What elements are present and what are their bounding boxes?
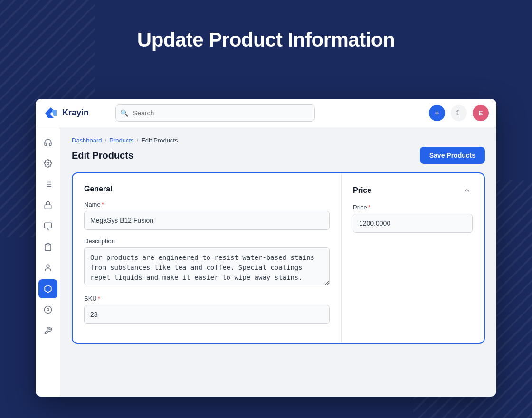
logo-icon — [43, 105, 58, 121]
avatar[interactable]: E — [473, 105, 489, 121]
theme-toggle-button[interactable]: ☾ — [451, 105, 467, 121]
save-products-button[interactable]: Save Products — [420, 147, 485, 164]
svg-rect-11 — [47, 244, 49, 245]
svg-point-13 — [44, 306, 51, 314]
sidebar-item-gear[interactable] — [38, 300, 57, 319]
sidebar — [36, 127, 60, 397]
sku-label: SKU* — [84, 295, 330, 302]
search-input[interactable] — [115, 104, 315, 122]
content-area: Dashboard / Products / Edit Products Edi… — [60, 127, 496, 397]
description-field-group: Description Our products are engineered … — [84, 238, 330, 287]
description-textarea[interactable]: Our products are engineered to resist wa… — [84, 247, 330, 285]
breadcrumb-current: Edit Products — [141, 137, 178, 144]
price-label: Price* — [353, 204, 473, 211]
add-button[interactable]: + — [429, 105, 445, 121]
name-field-group: Name* — [84, 201, 330, 230]
price-section: Price Price* — [342, 173, 484, 343]
sidebar-item-monitor[interactable] — [38, 217, 57, 236]
name-label: Name* — [84, 201, 330, 208]
form-card: General Name* Description Our products a… — [72, 172, 485, 344]
breadcrumb-sep-2: / — [137, 137, 139, 144]
sidebar-item-clipboard[interactable] — [38, 238, 57, 256]
sku-field-group: SKU* — [84, 295, 330, 324]
page-heading: Edit Products — [72, 150, 133, 161]
description-label: Description — [84, 238, 330, 245]
page-header: Edit Products Save Products — [72, 147, 485, 164]
sidebar-item-headset[interactable] — [38, 133, 57, 152]
sidebar-item-lock[interactable] — [38, 196, 57, 215]
sku-input[interactable] — [84, 305, 330, 324]
page-title: Update Product Information — [0, 28, 532, 51]
breadcrumb-sep-1: / — [105, 137, 107, 144]
navbar: Krayin 🔍 + ☾ E — [36, 99, 496, 127]
breadcrumb-products[interactable]: Products — [109, 137, 133, 144]
general-section-header: General — [84, 185, 330, 193]
breadcrumb: Dashboard / Products / Edit Products — [72, 137, 485, 144]
svg-rect-8 — [44, 223, 51, 228]
general-section-title: General — [84, 185, 113, 193]
sidebar-item-list[interactable] — [38, 175, 57, 194]
nav-actions: + ☾ E — [429, 105, 489, 121]
svg-point-12 — [47, 265, 49, 267]
price-section-header: Price — [353, 185, 473, 196]
svg-rect-7 — [45, 205, 51, 209]
app-window: Krayin 🔍 + ☾ E — [36, 99, 496, 397]
sidebar-item-products[interactable] — [38, 279, 57, 298]
sidebar-item-wrench[interactable] — [38, 321, 57, 340]
main-area: Dashboard / Products / Edit Products Edi… — [36, 127, 496, 397]
search-bar: 🔍 — [115, 104, 315, 122]
price-section-title: Price — [353, 186, 371, 195]
price-field-group: Price* — [353, 204, 473, 233]
svg-point-0 — [47, 162, 49, 165]
breadcrumb-dashboard[interactable]: Dashboard — [72, 137, 102, 144]
general-section: General Name* Description Our products a… — [73, 173, 342, 343]
price-input[interactable] — [353, 214, 473, 233]
name-input[interactable] — [84, 211, 330, 230]
search-icon: 🔍 — [120, 109, 128, 117]
logo: Krayin — [43, 105, 110, 121]
logo-text: Krayin — [62, 108, 89, 118]
svg-point-14 — [47, 309, 49, 311]
price-collapse-button[interactable] — [461, 185, 473, 196]
sidebar-item-settings[interactable] — [38, 154, 57, 173]
sidebar-item-user[interactable] — [38, 258, 57, 277]
